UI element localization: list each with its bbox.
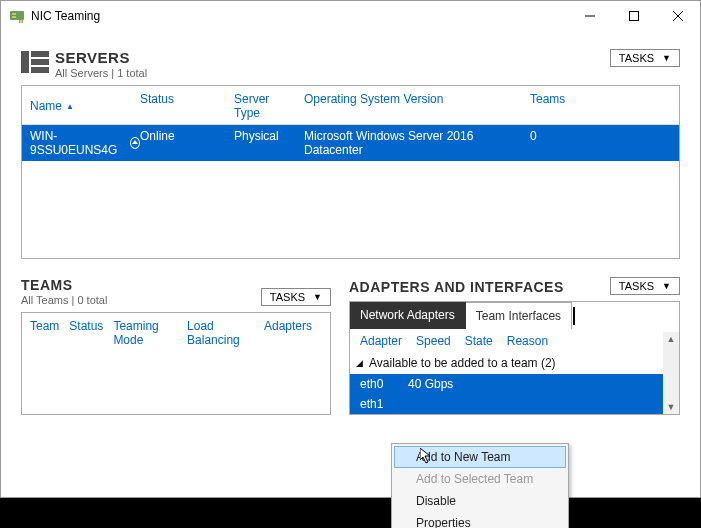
adapter-row[interactable]: eth1 xyxy=(350,394,679,414)
servers-header: SERVERS All Servers | 1 total TASKS ▼ xyxy=(21,49,680,79)
menu-disable[interactable]: Disable xyxy=(394,490,566,512)
tasks-label: TASKS xyxy=(619,52,654,64)
adapter-group-row[interactable]: ◢ Available to be added to a team (2) xyxy=(350,352,679,374)
col-os-version[interactable]: Operating System Version xyxy=(304,92,530,120)
svg-rect-10 xyxy=(31,51,49,57)
tab-network-adapters[interactable]: Network Adapters xyxy=(350,302,466,329)
svg-rect-12 xyxy=(31,67,49,73)
adapter-row[interactable]: eth0 40 Gbps xyxy=(350,374,679,394)
adapters-panel: Network Adapters Team Interfaces Adapter… xyxy=(349,301,680,415)
svg-rect-1 xyxy=(12,13,16,15)
chevron-down-icon: ▼ xyxy=(662,281,671,291)
col-speed[interactable]: Speed xyxy=(416,334,451,348)
maximize-button[interactable] xyxy=(612,1,656,31)
svg-rect-11 xyxy=(31,59,49,65)
col-teaming-mode[interactable]: Teaming Mode xyxy=(113,319,187,347)
tab-team-interfaces[interactable]: Team Interfaces xyxy=(466,302,572,329)
adapters-title: ADAPTERS AND INTERFACES xyxy=(349,279,564,295)
close-icon xyxy=(673,11,683,21)
sort-asc-icon: ▲ xyxy=(66,102,74,111)
col-adapters[interactable]: Adapters xyxy=(264,319,322,347)
adapters-header: ADAPTERS AND INTERFACES TASKS ▼ xyxy=(349,277,680,295)
col-name[interactable]: Name▲ xyxy=(30,92,140,120)
col-team-status[interactable]: Status xyxy=(69,319,113,347)
server-row[interactable]: WIN-9SSU0EUNS4G Online Physical Microsof… xyxy=(22,125,679,161)
svg-rect-9 xyxy=(21,51,29,73)
chevron-down-icon: ▼ xyxy=(662,53,671,63)
servers-icon xyxy=(21,51,49,73)
svg-marker-13 xyxy=(420,448,430,463)
svg-rect-6 xyxy=(630,12,639,21)
col-load-balancing[interactable]: Load Balancing xyxy=(187,319,264,347)
col-server-type[interactable]: Server Type xyxy=(234,92,304,120)
titlebar: NIC Teaming xyxy=(1,1,700,31)
servers-columns: Name▲ Status Server Type Operating Syste… xyxy=(22,86,679,125)
menu-add-to-selected-team[interactable]: Add to Selected Team xyxy=(394,468,566,490)
nic-icon xyxy=(9,8,25,24)
adapters-tasks-button[interactable]: TASKS ▼ xyxy=(610,277,680,295)
adapter-tabs: Network Adapters Team Interfaces xyxy=(350,302,679,329)
scrollbar[interactable]: ▲ ▼ xyxy=(663,332,679,414)
col-team[interactable]: Team xyxy=(30,319,69,347)
refresh-icon xyxy=(130,137,140,149)
col-status[interactable]: Status xyxy=(140,92,234,120)
minimize-icon xyxy=(585,11,595,21)
teams-tasks-button[interactable]: TASKS ▼ xyxy=(261,288,331,306)
svg-rect-4 xyxy=(22,20,24,23)
col-adapter[interactable]: Adapter xyxy=(360,334,402,348)
scroll-down-icon[interactable]: ▼ xyxy=(667,402,676,412)
maximize-icon xyxy=(629,11,639,21)
svg-rect-2 xyxy=(12,16,16,18)
teams-subtitle: All Teams | 0 total xyxy=(21,294,107,306)
chevron-down-icon: ▼ xyxy=(313,292,322,302)
nic-teaming-window: NIC Teaming SERVERS All Servers xyxy=(0,0,701,498)
scroll-up-icon[interactable]: ▲ xyxy=(667,334,676,344)
col-reason[interactable]: Reason xyxy=(507,334,548,348)
servers-grid: Name▲ Status Server Type Operating Syste… xyxy=(21,85,680,259)
close-button[interactable] xyxy=(656,1,700,31)
context-menu: Add to New Team Add to Selected Team Dis… xyxy=(391,443,569,528)
window-title: NIC Teaming xyxy=(31,9,568,23)
servers-title: SERVERS xyxy=(55,49,147,66)
svg-rect-0 xyxy=(10,11,24,20)
teams-title: TEAMS xyxy=(21,277,107,293)
text-cursor xyxy=(573,307,575,325)
teams-grid: Team Status Teaming Mode Load Balancing … xyxy=(21,312,331,415)
menu-properties[interactable]: Properties xyxy=(394,512,566,528)
col-teams[interactable]: Teams xyxy=(530,92,580,120)
collapse-icon: ◢ xyxy=(356,358,363,368)
col-state[interactable]: State xyxy=(465,334,493,348)
servers-tasks-button[interactable]: TASKS ▼ xyxy=(610,49,680,67)
teams-header: TEAMS All Teams | 0 total TASKS ▼ xyxy=(21,277,331,306)
servers-subtitle: All Servers | 1 total xyxy=(55,67,147,79)
mouse-cursor-icon xyxy=(420,448,436,464)
minimize-button[interactable] xyxy=(568,1,612,31)
svg-rect-3 xyxy=(19,20,21,23)
